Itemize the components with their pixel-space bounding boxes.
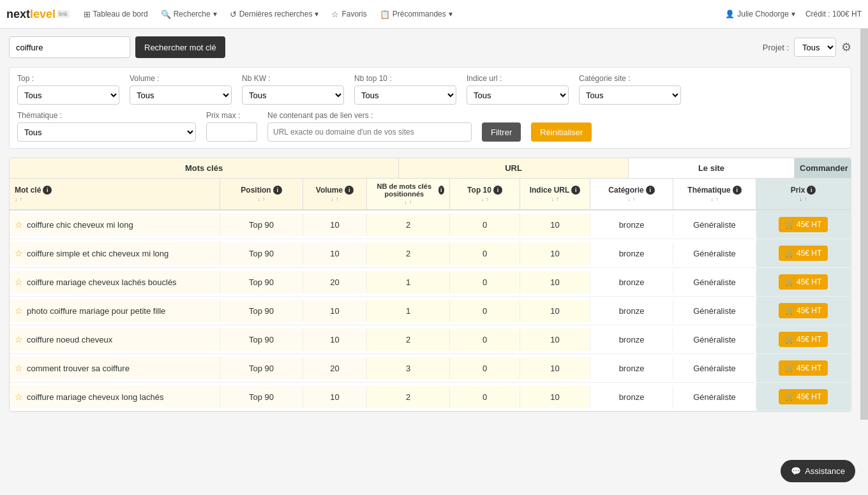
nb-kw-label: Nb KW :	[242, 74, 344, 83]
sort-down-icon[interactable]: ↓	[15, 196, 18, 202]
favorite-star-5[interactable]: ☆	[15, 363, 23, 373]
favorite-star-2[interactable]: ☆	[15, 277, 23, 287]
price-button-1[interactable]: 🛒 45€ HT	[779, 246, 828, 261]
project-label: Projet :	[763, 43, 789, 52]
group-le-site: Le site	[629, 158, 795, 179]
cell-mot-3: ☆ photo coiffure mariage pour petite fil…	[10, 299, 220, 322]
scrollbar[interactable]	[860, 29, 868, 420]
prix-sort-up[interactable]: ↑	[804, 196, 807, 202]
top10-sort-up[interactable]: ↑	[486, 196, 489, 202]
nbkw-sort-down[interactable]: ↓	[405, 199, 408, 205]
search-input[interactable]	[9, 36, 130, 58]
them-sort-up[interactable]: ↑	[715, 196, 719, 202]
cell-thematique-3: Généraliste	[673, 300, 756, 322]
volume-select[interactable]: Tous	[130, 85, 232, 105]
gear-button[interactable]: ⚙	[841, 40, 851, 54]
logo-text: nextlevel	[6, 8, 56, 20]
nav-user[interactable]: 👤 Julie Chodorge ▾	[725, 10, 795, 18]
favorite-star-0[interactable]: ☆	[15, 219, 23, 230]
top10-col-label: Top 10	[467, 186, 491, 195]
favorite-star-3[interactable]: ☆	[15, 306, 23, 316]
cell-thematique-2: Généraliste	[673, 271, 756, 293]
nav-favoris[interactable]: ☆ Favoris	[326, 7, 371, 22]
indice-sort-up[interactable]: ↑	[556, 196, 559, 202]
th-thematique: Thématique i ↓ ↑	[673, 179, 756, 209]
star-nav-icon: ☆	[331, 10, 339, 19]
reset-button[interactable]: Réinitialiser	[531, 122, 592, 142]
indice-select[interactable]: Tous	[467, 85, 569, 105]
nav-precommandes[interactable]: 📋 Précommandes ▾	[375, 7, 458, 22]
price-button-5[interactable]: 🛒 45€ HT	[779, 360, 828, 376]
pos-sort-up[interactable]: ↑	[262, 196, 266, 202]
indice-label: Indice url :	[467, 74, 569, 83]
price-button-6[interactable]: 🛒 45€ HT	[779, 389, 828, 404]
thematique-info-icon[interactable]: i	[733, 186, 742, 195]
top10-sort-down[interactable]: ↓	[481, 196, 484, 202]
thematique-select[interactable]: Tous	[17, 122, 196, 142]
filter-row-2: Thématique : Tous Prix max : Ne contenan…	[17, 111, 843, 142]
favorite-star-1[interactable]: ☆	[15, 248, 23, 258]
cell-position-6: Top 90	[220, 386, 303, 408]
table-row: ☆ coiffure simple et chic cheveux mi lon…	[10, 239, 851, 268]
nav-dernieres[interactable]: ↺ Dernières recherches ▾	[225, 7, 324, 22]
top-label: Top :	[17, 74, 119, 83]
vol-sort-up[interactable]: ↑	[336, 196, 339, 202]
cat-sort-up[interactable]: ↑	[632, 196, 636, 202]
prix-max-input[interactable]	[206, 122, 257, 142]
nbkw-sort-up[interactable]: ↑	[409, 199, 412, 205]
mot-value-1: coiffure simple et chic cheveux mi long	[27, 249, 168, 258]
prix-sort-down[interactable]: ↓	[800, 196, 803, 202]
cell-prix-5: 🛒 45€ HT	[756, 354, 851, 382]
price-button-3[interactable]: 🛒 45€ HT	[779, 303, 828, 318]
cell-nbkw-4: 2	[367, 329, 450, 351]
vol-sort-down[interactable]: ↓	[331, 196, 334, 202]
filter-no-lien: Ne contenant pas de lien vers :	[267, 111, 472, 142]
filter-indice: Indice url : Tous	[467, 74, 569, 105]
pos-sort-down[interactable]: ↓	[258, 196, 261, 202]
nb-top10-select[interactable]: Tous	[354, 85, 456, 105]
content-area: Rechercher mot clé Projet : Tous ⚙ Top :	[0, 29, 860, 420]
search-button[interactable]: Rechercher mot clé	[135, 36, 225, 58]
no-lien-input[interactable]	[267, 122, 472, 142]
project-select[interactable]: Tous	[794, 38, 836, 57]
cell-mot-4: ☆ coiffure noeud cheveux	[10, 328, 220, 351]
mot-cle-info-icon[interactable]: i	[43, 186, 52, 195]
cat-sort-down[interactable]: ↓	[628, 196, 631, 202]
price-button-4[interactable]: 🛒 45€ HT	[779, 332, 828, 347]
favorite-star-4[interactable]: ☆	[15, 334, 23, 344]
them-sort-down[interactable]: ↓	[711, 196, 714, 202]
cell-indice-1: 10	[520, 242, 590, 265]
indice-sort-down[interactable]: ↓	[551, 196, 555, 202]
prix-info-icon[interactable]: i	[807, 186, 816, 195]
cell-nbkw-6: 2	[367, 386, 450, 408]
logo: nextlevel link	[6, 8, 70, 20]
volume-info-icon[interactable]: i	[345, 186, 354, 195]
position-info-icon[interactable]: i	[273, 186, 282, 195]
nav-right: 👤 Julie Chodorge ▾ Crédit : 100€ HT	[725, 10, 862, 18]
nb-kw-select[interactable]: Tous	[242, 85, 344, 105]
categorie-select[interactable]: Tous	[579, 85, 681, 105]
categorie-info-icon[interactable]: i	[646, 186, 655, 195]
indice-info-icon[interactable]: i	[571, 186, 580, 195]
favorite-star-6[interactable]: ☆	[15, 392, 23, 402]
nav-dernieres-label: Dernières recherches	[239, 10, 313, 18]
cell-indice-0: 10	[520, 214, 590, 236]
th-volume: Volume i ↓ ↑	[303, 179, 367, 209]
table-subheaders: Mot clé i ↓ ↑ Position i	[10, 179, 851, 211]
categorie-col-label: Catégorie	[608, 186, 643, 195]
top-select[interactable]: Tous	[17, 85, 119, 105]
nav-dashboard[interactable]: ⊞ Tableau de bord	[79, 7, 153, 22]
filter-button[interactable]: Filtrer	[482, 122, 521, 142]
logo-level: level	[30, 8, 56, 20]
nb-kw-info-icon[interactable]: i	[438, 186, 444, 195]
cell-volume-5: 20	[303, 357, 367, 380]
table-group-headers: Mots clés URL Le site Commander	[10, 158, 851, 179]
top10-info-icon[interactable]: i	[493, 186, 502, 195]
price-button-2[interactable]: 🛒 45€ HT	[779, 274, 828, 290]
position-col-label: Position	[241, 186, 271, 195]
nav-user-name: Julie Chodorge	[737, 10, 789, 18]
nav-recherche[interactable]: 🔍 Recherche ▾	[156, 7, 222, 22]
cell-volume-6: 10	[303, 386, 367, 408]
sort-up-icon[interactable]: ↑	[20, 196, 23, 202]
price-button-0[interactable]: 🛒 45€ HT	[779, 217, 828, 232]
